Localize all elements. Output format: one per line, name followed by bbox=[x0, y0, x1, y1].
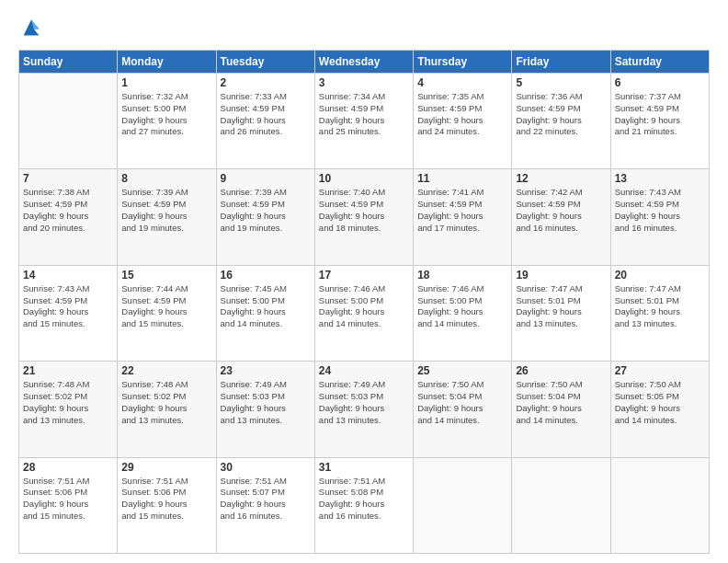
calendar-cell: 5Sunrise: 7:36 AM Sunset: 4:59 PM Daylig… bbox=[512, 74, 610, 169]
day-info: Sunrise: 7:49 AM Sunset: 5:03 PM Dayligh… bbox=[319, 379, 409, 426]
calendar-week-4: 21Sunrise: 7:48 AM Sunset: 5:02 PM Dayli… bbox=[19, 362, 710, 457]
logo bbox=[18, 15, 46, 40]
calendar-week-2: 7Sunrise: 7:38 AM Sunset: 4:59 PM Daylig… bbox=[19, 169, 710, 265]
day-info: Sunrise: 7:51 AM Sunset: 5:07 PM Dayligh… bbox=[221, 476, 311, 523]
calendar-cell bbox=[610, 457, 709, 553]
day-info: Sunrise: 7:35 AM Sunset: 4:59 PM Dayligh… bbox=[417, 91, 507, 138]
day-info: Sunrise: 7:50 AM Sunset: 5:04 PM Dayligh… bbox=[516, 379, 606, 426]
day-info: Sunrise: 7:43 AM Sunset: 4:59 PM Dayligh… bbox=[23, 283, 113, 330]
calendar-cell: 26Sunrise: 7:50 AM Sunset: 5:04 PM Dayli… bbox=[512, 362, 610, 457]
calendar-cell: 18Sunrise: 7:46 AM Sunset: 5:00 PM Dayli… bbox=[414, 265, 512, 361]
calendar-cell: 24Sunrise: 7:49 AM Sunset: 5:03 PM Dayli… bbox=[314, 362, 413, 457]
day-info: Sunrise: 7:39 AM Sunset: 4:59 PM Dayligh… bbox=[121, 187, 211, 234]
calendar: SundayMondayTuesdayWednesdayThursdayFrid… bbox=[18, 50, 710, 554]
day-info: Sunrise: 7:43 AM Sunset: 4:59 PM Dayligh… bbox=[615, 187, 705, 234]
day-number: 1 bbox=[121, 76, 211, 89]
calendar-cell: 21Sunrise: 7:48 AM Sunset: 5:02 PM Dayli… bbox=[19, 362, 118, 457]
day-number: 27 bbox=[615, 364, 705, 377]
calendar-cell: 11Sunrise: 7:41 AM Sunset: 4:59 PM Dayli… bbox=[414, 169, 512, 265]
calendar-cell: 8Sunrise: 7:39 AM Sunset: 4:59 PM Daylig… bbox=[118, 169, 216, 265]
day-info: Sunrise: 7:39 AM Sunset: 4:59 PM Dayligh… bbox=[221, 187, 311, 234]
calendar-cell: 14Sunrise: 7:43 AM Sunset: 4:59 PM Dayli… bbox=[19, 265, 118, 361]
calendar-col-monday: Monday bbox=[118, 51, 216, 74]
calendar-cell: 7Sunrise: 7:38 AM Sunset: 4:59 PM Daylig… bbox=[19, 169, 118, 265]
day-number: 2 bbox=[221, 76, 311, 89]
day-number: 9 bbox=[221, 172, 311, 185]
day-number: 18 bbox=[417, 269, 507, 282]
day-info: Sunrise: 7:47 AM Sunset: 5:01 PM Dayligh… bbox=[615, 283, 705, 330]
logo-icon bbox=[18, 15, 44, 40]
day-number: 26 bbox=[516, 364, 606, 377]
day-number: 7 bbox=[23, 172, 113, 185]
calendar-week-3: 14Sunrise: 7:43 AM Sunset: 4:59 PM Dayli… bbox=[19, 265, 710, 361]
calendar-cell: 20Sunrise: 7:47 AM Sunset: 5:01 PM Dayli… bbox=[610, 265, 709, 361]
calendar-col-tuesday: Tuesday bbox=[216, 51, 314, 74]
calendar-week-5: 28Sunrise: 7:51 AM Sunset: 5:06 PM Dayli… bbox=[19, 457, 710, 553]
day-info: Sunrise: 7:44 AM Sunset: 4:59 PM Dayligh… bbox=[121, 283, 211, 330]
day-info: Sunrise: 7:37 AM Sunset: 4:59 PM Dayligh… bbox=[615, 91, 705, 138]
day-number: 23 bbox=[221, 364, 311, 377]
day-number: 21 bbox=[23, 364, 113, 377]
calendar-cell: 4Sunrise: 7:35 AM Sunset: 4:59 PM Daylig… bbox=[414, 74, 512, 169]
calendar-cell: 9Sunrise: 7:39 AM Sunset: 4:59 PM Daylig… bbox=[216, 169, 314, 265]
day-number: 29 bbox=[121, 461, 211, 474]
day-info: Sunrise: 7:36 AM Sunset: 4:59 PM Dayligh… bbox=[516, 91, 606, 138]
day-info: Sunrise: 7:38 AM Sunset: 4:59 PM Dayligh… bbox=[23, 187, 113, 234]
calendar-col-thursday: Thursday bbox=[414, 51, 512, 74]
calendar-cell: 25Sunrise: 7:50 AM Sunset: 5:04 PM Dayli… bbox=[414, 362, 512, 457]
calendar-cell: 31Sunrise: 7:51 AM Sunset: 5:08 PM Dayli… bbox=[314, 457, 413, 553]
day-info: Sunrise: 7:48 AM Sunset: 5:02 PM Dayligh… bbox=[121, 379, 211, 426]
calendar-cell: 3Sunrise: 7:34 AM Sunset: 4:59 PM Daylig… bbox=[314, 74, 413, 169]
day-number: 25 bbox=[417, 364, 507, 377]
day-number: 24 bbox=[319, 364, 409, 377]
calendar-cell: 2Sunrise: 7:33 AM Sunset: 4:59 PM Daylig… bbox=[216, 74, 314, 169]
calendar-cell: 19Sunrise: 7:47 AM Sunset: 5:01 PM Dayli… bbox=[512, 265, 610, 361]
day-number: 17 bbox=[319, 269, 409, 282]
day-number: 12 bbox=[516, 172, 606, 185]
day-number: 6 bbox=[615, 76, 705, 89]
calendar-cell bbox=[512, 457, 610, 553]
day-number: 30 bbox=[221, 461, 311, 474]
day-number: 31 bbox=[319, 461, 409, 474]
day-info: Sunrise: 7:51 AM Sunset: 5:08 PM Dayligh… bbox=[319, 476, 409, 523]
calendar-week-1: 1Sunrise: 7:32 AM Sunset: 5:00 PM Daylig… bbox=[19, 74, 710, 169]
day-number: 14 bbox=[23, 269, 113, 282]
day-number: 20 bbox=[615, 269, 705, 282]
day-number: 16 bbox=[221, 269, 311, 282]
calendar-cell bbox=[414, 457, 512, 553]
day-info: Sunrise: 7:48 AM Sunset: 5:02 PM Dayligh… bbox=[23, 379, 113, 426]
calendar-cell: 22Sunrise: 7:48 AM Sunset: 5:02 PM Dayli… bbox=[118, 362, 216, 457]
calendar-col-saturday: Saturday bbox=[610, 51, 709, 74]
day-info: Sunrise: 7:34 AM Sunset: 4:59 PM Dayligh… bbox=[319, 91, 409, 138]
day-info: Sunrise: 7:51 AM Sunset: 5:06 PM Dayligh… bbox=[121, 476, 211, 523]
day-info: Sunrise: 7:50 AM Sunset: 5:04 PM Dayligh… bbox=[417, 379, 507, 426]
day-number: 28 bbox=[23, 461, 113, 474]
calendar-cell: 28Sunrise: 7:51 AM Sunset: 5:06 PM Dayli… bbox=[19, 457, 118, 553]
day-number: 5 bbox=[516, 76, 606, 89]
page: SundayMondayTuesdayWednesdayThursdayFrid… bbox=[0, 0, 728, 563]
header bbox=[18, 15, 710, 40]
day-info: Sunrise: 7:45 AM Sunset: 5:00 PM Dayligh… bbox=[221, 283, 311, 330]
day-info: Sunrise: 7:42 AM Sunset: 4:59 PM Dayligh… bbox=[516, 187, 606, 234]
day-number: 4 bbox=[417, 76, 507, 89]
day-info: Sunrise: 7:32 AM Sunset: 5:00 PM Dayligh… bbox=[121, 91, 211, 138]
day-number: 8 bbox=[121, 172, 211, 185]
day-info: Sunrise: 7:49 AM Sunset: 5:03 PM Dayligh… bbox=[221, 379, 311, 426]
day-number: 22 bbox=[121, 364, 211, 377]
calendar-cell: 27Sunrise: 7:50 AM Sunset: 5:05 PM Dayli… bbox=[610, 362, 709, 457]
day-number: 13 bbox=[615, 172, 705, 185]
day-number: 11 bbox=[417, 172, 507, 185]
day-number: 3 bbox=[319, 76, 409, 89]
calendar-cell: 30Sunrise: 7:51 AM Sunset: 5:07 PM Dayli… bbox=[216, 457, 314, 553]
calendar-cell bbox=[19, 74, 118, 169]
day-info: Sunrise: 7:47 AM Sunset: 5:01 PM Dayligh… bbox=[516, 283, 606, 330]
calendar-cell: 12Sunrise: 7:42 AM Sunset: 4:59 PM Dayli… bbox=[512, 169, 610, 265]
day-info: Sunrise: 7:33 AM Sunset: 4:59 PM Dayligh… bbox=[221, 91, 311, 138]
calendar-header-row: SundayMondayTuesdayWednesdayThursdayFrid… bbox=[19, 51, 710, 74]
calendar-cell: 13Sunrise: 7:43 AM Sunset: 4:59 PM Dayli… bbox=[610, 169, 709, 265]
day-info: Sunrise: 7:40 AM Sunset: 4:59 PM Dayligh… bbox=[319, 187, 409, 234]
calendar-col-wednesday: Wednesday bbox=[314, 51, 413, 74]
day-info: Sunrise: 7:51 AM Sunset: 5:06 PM Dayligh… bbox=[23, 476, 113, 523]
day-info: Sunrise: 7:41 AM Sunset: 4:59 PM Dayligh… bbox=[417, 187, 507, 234]
calendar-cell: 29Sunrise: 7:51 AM Sunset: 5:06 PM Dayli… bbox=[118, 457, 216, 553]
